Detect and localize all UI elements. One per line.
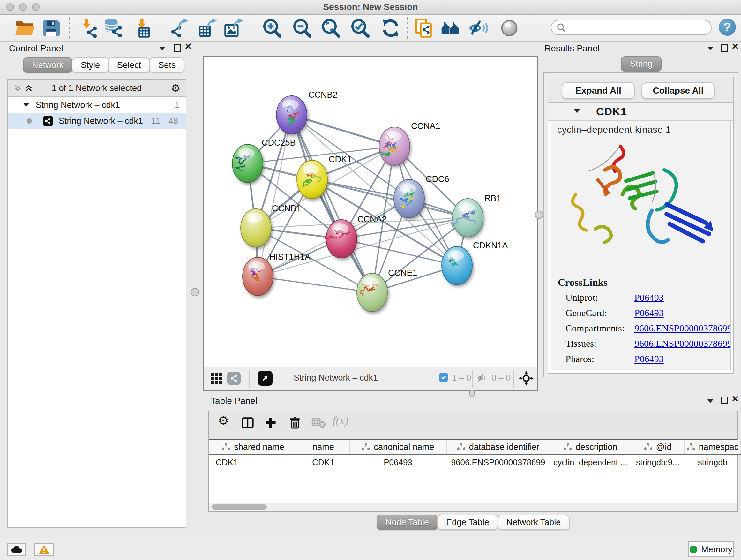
column-header-shared-name[interactable]: shared name: [209, 440, 297, 455]
cloud-button[interactable]: [7, 543, 26, 556]
tab-edge-table[interactable]: Edge Table: [437, 515, 498, 530]
zoom-fit-icon[interactable]: [320, 18, 341, 38]
pan-crosshair-icon[interactable]: [519, 371, 534, 386]
warning-button[interactable]: [35, 543, 54, 556]
column-header-description[interactable]: description: [550, 440, 631, 455]
horizontal-splitter-handle[interactable]: [469, 389, 475, 397]
node-CDC6[interactable]: [394, 179, 424, 218]
column-header-namespac[interactable]: namespac: [684, 440, 741, 455]
grid-toggle-icon[interactable]: [211, 372, 223, 384]
table-cell[interactable]: cyclin–dependent ...: [550, 455, 631, 469]
node-CDC25B[interactable]: [232, 144, 263, 183]
first-neighbors-icon[interactable]: [441, 18, 461, 38]
open-session-icon[interactable]: [14, 18, 35, 38]
crosslink-value-link[interactable]: P06493: [634, 292, 664, 303]
edge-CCNB2-CCNE1: [292, 115, 372, 293]
column-header-name[interactable]: name: [297, 440, 349, 455]
control-panel-menu-icon[interactable]: [159, 47, 165, 51]
node-CCNB1[interactable]: [241, 209, 271, 247]
gear-icon[interactable]: ⚙: [171, 80, 181, 97]
help-icon[interactable]: ?: [719, 18, 736, 36]
zoom-selected-icon[interactable]: [350, 18, 370, 38]
selected-checkbox-icon[interactable]: [439, 373, 448, 382]
node-CDK1[interactable]: [297, 160, 327, 199]
table-cell[interactable]: stringdb: [684, 455, 741, 469]
table-horizontal-scrollbar[interactable]: [209, 503, 737, 511]
search-field[interactable]: [551, 20, 712, 35]
table-cell[interactable]: P06493: [349, 455, 447, 469]
columns-icon[interactable]: [241, 416, 255, 430]
zoom-out-icon[interactable]: [292, 18, 312, 38]
results-panel-close-icon[interactable]: ✕: [731, 44, 739, 50]
hide-selected-icon[interactable]: [469, 18, 489, 38]
table-cell[interactable]: CDK1: [297, 455, 349, 469]
node-label-CCNA2: CCNA2: [357, 214, 387, 224]
tab-network[interactable]: Network: [23, 57, 72, 73]
export-network-icon[interactable]: [170, 18, 190, 38]
crosslink-value-link[interactable]: P06493: [634, 307, 664, 318]
table-panel-float-icon[interactable]: [721, 396, 728, 404]
tab-network-table[interactable]: Network Table: [497, 515, 570, 530]
table-gear-icon[interactable]: ⚙: [218, 413, 229, 428]
node-CCNB2[interactable]: [276, 96, 307, 134]
import-network-file-icon[interactable]: [79, 18, 99, 38]
node-HIST1H1A[interactable]: [243, 257, 273, 296]
birdseye-toggle-icon[interactable]: [258, 371, 273, 386]
node-CDKN1A[interactable]: [442, 246, 472, 285]
node-attribute-table[interactable]: shared namenamecanonical namedatabase id…: [209, 439, 737, 506]
refresh-icon[interactable]: [381, 18, 401, 38]
show-all-icon[interactable]: [499, 18, 520, 38]
table-panel-close-icon[interactable]: ✕: [731, 396, 739, 402]
tab-sets[interactable]: Sets: [149, 57, 185, 73]
column-header-database-identifier[interactable]: database identifier: [447, 440, 550, 455]
expand-all-button[interactable]: Expand All: [562, 82, 635, 99]
save-session-icon[interactable]: [41, 18, 61, 38]
network-collection-row[interactable]: String Network – cdk1 1: [8, 97, 186, 113]
clone-network-icon[interactable]: [414, 18, 434, 38]
add-column-icon[interactable]: [264, 416, 278, 430]
application-statusbar: Memory: [0, 538, 741, 560]
collection-expander-icon[interactable]: [23, 104, 29, 107]
crosslink-value-link[interactable]: P06493: [634, 354, 664, 364]
control-panel-float-icon[interactable]: [174, 44, 181, 52]
zoom-in-icon[interactable]: [262, 18, 282, 38]
table-panel-menu-icon[interactable]: [707, 399, 714, 403]
node-CCNA2[interactable]: [325, 220, 357, 258]
tab-style[interactable]: Style: [72, 57, 109, 73]
table-row[interactable]: CDK1CDK1P064939606.ENSP00000378699cyclin…: [209, 455, 741, 469]
scrollbar-thumb[interactable]: [212, 504, 267, 509]
delete-column-icon[interactable]: [288, 416, 302, 430]
crosslink-value-link[interactable]: 9606.ENSP00000378699: [634, 323, 731, 334]
network-share-icon[interactable]: [227, 372, 241, 385]
table-cell[interactable]: stringdb:9...: [631, 455, 684, 469]
collapse-all-button[interactable]: Collapse All: [642, 82, 715, 99]
results-panel-float-icon[interactable]: [721, 44, 728, 52]
export-table-icon[interactable]: [198, 18, 218, 38]
memory-button[interactable]: Memory: [688, 542, 734, 557]
tab-node-table[interactable]: Node Table: [377, 515, 438, 530]
gene-section-header[interactable]: CDK1: [548, 104, 733, 121]
crosslink-value-link[interactable]: 9606.ENSP00000378699: [634, 338, 731, 349]
import-network-database-icon[interactable]: [104, 18, 124, 38]
node-RB1[interactable]: [452, 199, 483, 237]
section-expander-icon[interactable]: [574, 109, 580, 113]
tab-string[interactable]: String: [621, 56, 662, 71]
node-CCNA1[interactable]: [379, 127, 410, 165]
tab-select[interactable]: Select: [108, 57, 150, 73]
column-header-canonical-name[interactable]: canonical name: [349, 440, 447, 455]
network-row[interactable]: String Network – cdk1 11 48: [8, 113, 186, 129]
search-input[interactable]: [565, 22, 696, 33]
network-view[interactable]: CCNB2CCNA1CDC25BCDK1CDC6RB1CCNB1CCNA2CDK…: [203, 56, 538, 391]
network-graph[interactable]: CCNB2CCNA1CDC25BCDK1CDC6RB1CCNB1CCNA2CDK…: [204, 57, 537, 367]
vertical-splitter-handle[interactable]: [191, 288, 199, 296]
table-cell[interactable]: CDK1: [209, 455, 297, 469]
vertical-splitter-handle[interactable]: [535, 211, 543, 219]
hidden-eye-icon[interactable]: [477, 373, 488, 383]
import-table-icon[interactable]: [133, 18, 153, 38]
column-header-@id[interactable]: @id: [631, 440, 684, 455]
results-panel-menu-icon[interactable]: [707, 47, 714, 51]
export-image-icon[interactable]: [224, 18, 245, 38]
table-cell[interactable]: 9606.ENSP00000378699: [447, 455, 550, 469]
node-CCNE1[interactable]: [357, 273, 387, 312]
control-panel-close-icon[interactable]: ✕: [185, 44, 192, 50]
